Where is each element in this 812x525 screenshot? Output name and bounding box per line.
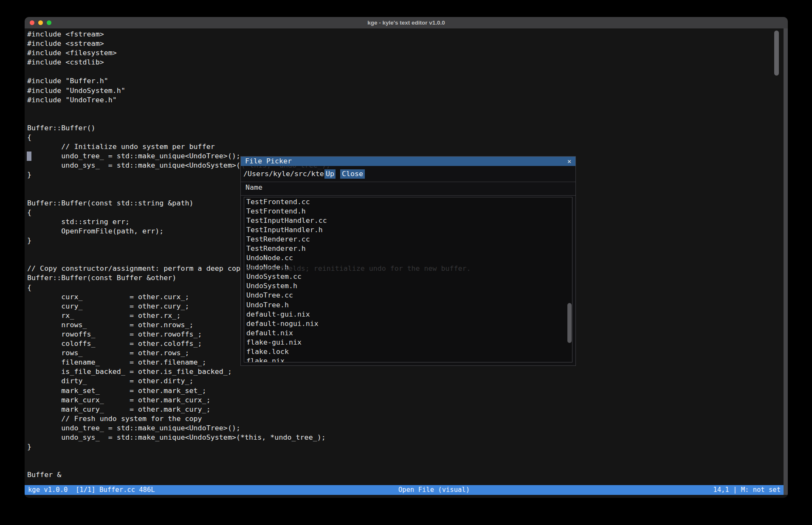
- file-list-scrollbar-thumb[interactable]: [567, 303, 572, 343]
- file-row[interactable]: flake.nix: [244, 357, 572, 362]
- file-row[interactable]: default-gui.nix: [244, 310, 572, 319]
- file-picker-title: File Picker: [245, 157, 292, 166]
- file-picker-titlebar: File Picker ✕: [241, 157, 575, 166]
- status-mode-label: Open File (visual): [398, 485, 470, 495]
- window-title: kge - kyle's text editor v1.0.0: [25, 17, 788, 28]
- editor-scrollbar-track[interactable]: [784, 28, 788, 495]
- editor-scrollbar-thumb[interactable]: [774, 31, 779, 76]
- file-row[interactable]: UndoTree.cc: [244, 291, 572, 300]
- file-row[interactable]: flake.lock: [244, 347, 572, 357]
- close-picker-button[interactable]: Close: [340, 169, 365, 179]
- file-row[interactable]: default-nogui.nix: [244, 319, 572, 328]
- file-row[interactable]: UndoNode.cc: [244, 253, 572, 263]
- status-file-info: kge v1.0.0 [1/1] Buffer.cc 486L: [28, 485, 155, 495]
- file-row[interactable]: default.nix: [244, 328, 572, 338]
- file-picker-dialog: (*this, *undo_tree_); File Picker ✕ /Use…: [240, 156, 576, 366]
- file-row[interactable]: UndoSystem.h: [244, 281, 572, 291]
- file-row[interactable]: UndoSystem.cc: [244, 272, 572, 281]
- file-row[interactable]: TestInputHandler.cc: [244, 216, 572, 225]
- file-row[interactable]: TestInputHandler.h: [244, 225, 572, 235]
- text-cursor: [27, 152, 31, 161]
- status-cursor-position: 14,1 | M: not set: [713, 485, 781, 495]
- file-row[interactable]: flake-gui.nix: [244, 338, 572, 347]
- file-list: TestFrontend.ccTestFrontend.hTestInputHa…: [244, 197, 572, 362]
- file-row[interactable]: TestRenderer.h: [244, 244, 572, 253]
- file-row[interactable]: TestRenderer.cc: [244, 235, 572, 244]
- close-icon[interactable]: ✕: [567, 157, 571, 166]
- status-bar: kge v1.0.0 [1/1] Buffer.cc 486L Open Fil…: [25, 485, 784, 495]
- up-directory-button[interactable]: Up: [324, 169, 336, 179]
- file-row[interactable]: UndoTree.h: [244, 300, 572, 310]
- file-picker-path-row: /Users/kyle/src/kte Up Close: [241, 169, 575, 179]
- ghost-code-text: of core fields; reinitialize undo for th…: [246, 264, 471, 272]
- column-header-name: Name: [245, 183, 262, 192]
- window-titlebar[interactable]: kge - kyle's text editor v1.0.0: [25, 17, 788, 28]
- file-row[interactable]: TestFrontend.h: [244, 207, 572, 216]
- current-path: /Users/kyle/src/kte: [243, 169, 324, 179]
- file-row[interactable]: TestFrontend.cc: [244, 197, 572, 207]
- divider: [241, 182, 575, 182]
- divider: [241, 195, 575, 196]
